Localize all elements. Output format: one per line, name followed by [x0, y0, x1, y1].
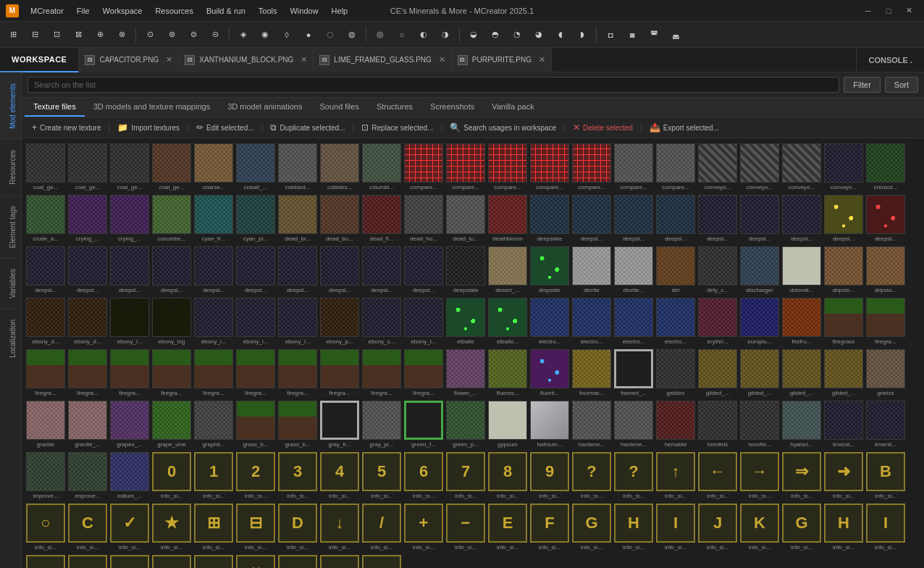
texture-item[interactable]: diopside [529, 244, 571, 296]
texture-item[interactable]: cobbles... [319, 141, 361, 193]
texture-item[interactable]: Linfo_si... [151, 553, 193, 568]
action-btn-4[interactable]: ⊡Replace selected... [356, 120, 439, 135]
texture-item[interactable]: coarse... [193, 141, 235, 193]
texture-item[interactable]: ebony_p... [319, 296, 361, 347]
resource-tab-1[interactable]: 3D models and texture mappings [85, 98, 219, 117]
texture-item[interactable]: —info_si... [277, 553, 319, 568]
toolbar-button-21[interactable]: ◐ [413, 25, 434, 45]
texture-item[interactable]: improve... [67, 450, 109, 501]
maximize-button[interactable]: □ [879, 3, 898, 19]
texture-item[interactable]: dead_tu... [445, 193, 487, 244]
resource-tab-3[interactable]: Sound files [311, 98, 367, 117]
texture-item[interactable]: dead_bu... [319, 193, 361, 244]
texture-item[interactable]: Hinfo_si... [361, 553, 403, 568]
side-tab-3[interactable]: Variables [0, 258, 21, 309]
toolbar-button-20[interactable]: ○ [392, 25, 412, 45]
texture-item[interactable]: ⊞info_si... [193, 501, 235, 553]
texture-item[interactable]: erythri... [697, 296, 739, 347]
texture-item[interactable]: granite_... [67, 398, 109, 450]
resource-tab-0[interactable]: Texture files [25, 98, 85, 117]
texture-item[interactable]: deepsl... [235, 244, 277, 296]
texture-item[interactable]: Iinfo_si... [655, 501, 697, 553]
texture-item[interactable]: firegra... [25, 347, 67, 398]
action-btn-7[interactable]: 📤Export selected... [644, 120, 725, 135]
texture-item[interactable]: hardene... [571, 398, 613, 450]
toolbar-button-7[interactable]: ⊙ [140, 25, 160, 45]
texture-item[interactable]: diorite... [613, 244, 655, 296]
texture-item[interactable]: Hinfo_si... [613, 501, 655, 553]
texture-item[interactable]: Hinfo_si... [823, 501, 865, 553]
texture-item[interactable]: 4info_si... [319, 450, 361, 501]
texture-item[interactable]: Jinfo_si... [67, 553, 109, 568]
toolbar-button-9[interactable]: ⊜ [183, 25, 203, 45]
texture-item[interactable]: deepsl... [109, 244, 151, 296]
toolbar-button-2[interactable]: ⊡ [46, 25, 67, 45]
texture-item[interactable]: conveyo... [697, 141, 739, 193]
texture-item[interactable]: compare... [445, 141, 487, 193]
texture-item[interactable]: deepsl... [403, 244, 445, 296]
texture-item[interactable]: graphit... [193, 398, 235, 450]
texture-item[interactable]: ebony_l... [193, 296, 235, 347]
texture-item[interactable]: electro... [571, 296, 613, 347]
texture-item[interactable]: Dinfo_si... [277, 501, 319, 553]
action-btn-0[interactable]: +Create new texture [26, 120, 107, 135]
menu-tools[interactable]: Tools [253, 4, 283, 17]
texture-item[interactable]: coal_ge... [67, 141, 109, 193]
menu-mcreator[interactable]: MCreator [25, 4, 70, 17]
texture-item[interactable]: Einfo_si... [487, 501, 529, 553]
texture-item[interactable]: grass_b... [235, 398, 277, 450]
toolbar-button-26[interactable]: ◔ [507, 25, 527, 45]
texture-item[interactable]: creosot... [865, 141, 907, 193]
texture-item[interactable]: firegra... [277, 347, 319, 398]
toolbar-button-27[interactable]: ◕ [529, 25, 549, 45]
minimize-button[interactable]: ─ [859, 3, 878, 19]
texture-item[interactable]: diorite [571, 244, 613, 296]
texture-item[interactable]: deepsl... [25, 244, 67, 296]
texture-item[interactable]: iinfo_si... [25, 553, 67, 568]
texture-item[interactable]: ⚒info_si... [235, 553, 277, 568]
texture-item[interactable]: deepsl... [361, 244, 403, 296]
file-tab-1[interactable]: 🖼XANTHANIUM_BLOCK.PNG✕ [179, 48, 314, 72]
texture-item[interactable]: framed_... [613, 347, 655, 398]
texture-item[interactable]: columbi... [361, 141, 403, 193]
texture-item[interactable]: conveyo... [781, 141, 823, 193]
toolbar-button-28[interactable]: ◖ [550, 25, 571, 45]
texture-item[interactable]: desert_... [487, 244, 529, 296]
texture-item[interactable]: ?info_si... [613, 450, 655, 501]
texture-item[interactable]: electro... [529, 296, 571, 347]
texture-item[interactable]: compare... [487, 141, 529, 193]
texture-item[interactable]: 6info_si... [403, 450, 445, 501]
toolbar-button-24[interactable]: ◒ [463, 25, 484, 45]
texture-item[interactable]: conveyo... [739, 141, 781, 193]
toolbar-button-5[interactable]: ⊗ [112, 25, 132, 45]
texture-item[interactable]: firegra... [193, 347, 235, 398]
texture-item[interactable]: fourmar... [571, 347, 613, 398]
texture-item[interactable]: discharger [739, 244, 781, 296]
texture-grid[interactable]: coal_ge...coal_ge...coal_ge...coal_ge...… [22, 138, 924, 568]
texture-item[interactable]: hardene... [613, 398, 655, 450]
texture-item[interactable]: coal_ge... [151, 141, 193, 193]
toolbar-button-29[interactable]: ◗ [572, 25, 592, 45]
texture-item[interactable]: coal_ge... [25, 141, 67, 193]
texture-item[interactable]: ebony_d... [25, 296, 67, 347]
resource-tab-5[interactable]: Screenshots [421, 98, 483, 117]
texture-item[interactable]: Kinfo_si... [109, 553, 151, 568]
texture-item[interactable]: firegrass [823, 296, 865, 347]
console-tab[interactable]: CONSOLE . [856, 48, 924, 72]
texture-item[interactable]: deepsl... [319, 244, 361, 296]
texture-item[interactable]: ebony_l... [277, 296, 319, 347]
texture-item[interactable]: 3info_si... [277, 450, 319, 501]
workspace-tab[interactable]: WORKSPACE [0, 48, 79, 72]
texture-item[interactable]: deathbloom [487, 193, 529, 244]
toolbar-button-15[interactable]: ● [298, 25, 319, 45]
texture-item[interactable]: fluorit... [529, 347, 571, 398]
texture-item[interactable]: dirt [655, 244, 697, 296]
file-tab-close-2[interactable]: ✕ [439, 55, 445, 64]
texture-item[interactable]: ebony_t... [403, 296, 445, 347]
texture-item[interactable]: firegra... [109, 347, 151, 398]
texture-item[interactable]: 5info_si... [361, 450, 403, 501]
texture-item[interactable]: deepsl... [697, 193, 739, 244]
texture-item[interactable]: elbaite... [487, 296, 529, 347]
texture-item[interactable]: ⇒info_si... [781, 450, 823, 501]
side-tab-2[interactable]: Element tags [0, 195, 21, 258]
